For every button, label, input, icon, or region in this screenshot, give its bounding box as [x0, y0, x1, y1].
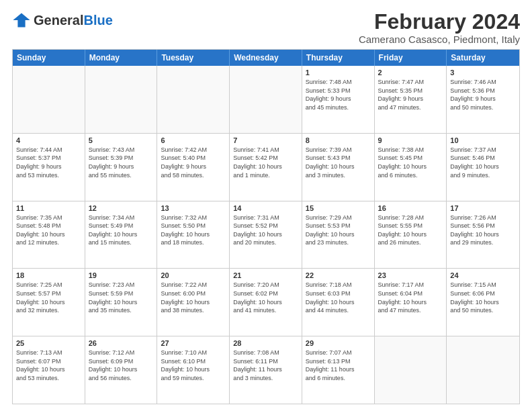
day-cell — [230, 66, 302, 133]
day-info: Sunrise: 7:47 AMSunset: 5:35 PMDaylight:… — [378, 78, 443, 111]
day-number: 7 — [233, 136, 298, 144]
day-cell: 8Sunrise: 7:39 AMSunset: 5:43 PMDaylight… — [302, 134, 375, 201]
subtitle: Camerano Casasco, Piedmont, Italy — [359, 34, 520, 45]
calendar-body: 1Sunrise: 7:48 AMSunset: 5:33 PMDaylight… — [13, 66, 519, 404]
day-info: Sunrise: 7:26 AMSunset: 5:56 PMDaylight:… — [450, 214, 516, 247]
day-info: Sunrise: 7:32 AMSunset: 5:50 PMDaylight:… — [161, 214, 226, 247]
week-row: 25Sunrise: 7:13 AMSunset: 6:07 PMDayligh… — [13, 336, 519, 404]
day-number: 9 — [378, 136, 443, 144]
week-row: 4Sunrise: 7:44 AMSunset: 5:37 PMDaylight… — [13, 134, 519, 201]
day-number: 26 — [89, 339, 154, 347]
day-info: Sunrise: 7:28 AMSunset: 5:55 PMDaylight:… — [378, 214, 443, 247]
day-header: Sunday — [13, 50, 85, 66]
day-headers: SundayMondayTuesdayWednesdayThursdayFrid… — [13, 50, 519, 66]
day-number: 12 — [89, 204, 154, 212]
calendar: SundayMondayTuesdayWednesdayThursdayFrid… — [12, 49, 520, 404]
day-info: Sunrise: 7:25 AMSunset: 5:57 PMDaylight:… — [16, 281, 81, 314]
day-info: Sunrise: 7:23 AMSunset: 5:59 PMDaylight:… — [89, 281, 154, 314]
day-header: Saturday — [447, 50, 519, 66]
day-number: 16 — [378, 204, 443, 212]
day-info: Sunrise: 7:42 AMSunset: 5:40 PMDaylight:… — [161, 146, 226, 179]
day-info: Sunrise: 7:13 AMSunset: 6:07 PMDaylight:… — [16, 349, 81, 382]
day-number: 22 — [306, 271, 371, 279]
day-cell: 19Sunrise: 7:23 AMSunset: 5:59 PMDayligh… — [85, 269, 158, 336]
day-number: 5 — [89, 136, 154, 144]
week-row: 1Sunrise: 7:48 AMSunset: 5:33 PMDaylight… — [13, 66, 519, 134]
day-info: Sunrise: 7:43 AMSunset: 5:39 PMDaylight:… — [89, 146, 154, 179]
day-cell: 5Sunrise: 7:43 AMSunset: 5:39 PMDaylight… — [85, 134, 158, 201]
day-number: 17 — [450, 204, 516, 212]
day-number: 11 — [16, 204, 81, 212]
day-info: Sunrise: 7:48 AMSunset: 5:33 PMDaylight:… — [306, 78, 371, 111]
day-cell: 11Sunrise: 7:35 AMSunset: 5:48 PMDayligh… — [13, 201, 85, 269]
day-number: 8 — [306, 136, 371, 144]
day-cell: 25Sunrise: 7:13 AMSunset: 6:07 PMDayligh… — [13, 336, 85, 404]
day-number: 14 — [233, 204, 298, 212]
day-cell: 17Sunrise: 7:26 AMSunset: 5:56 PMDayligh… — [447, 201, 519, 269]
logo-area: GeneralBlue — [12, 11, 113, 30]
day-info: Sunrise: 7:07 AMSunset: 6:13 PMDaylight:… — [306, 349, 371, 382]
day-number: 3 — [450, 68, 516, 77]
header-row: GeneralBlue February 2024 Camerano Casas… — [12, 11, 520, 45]
day-cell: 16Sunrise: 7:28 AMSunset: 5:55 PMDayligh… — [375, 201, 447, 269]
day-cell: 6Sunrise: 7:42 AMSunset: 5:40 PMDaylight… — [157, 134, 230, 201]
logo-icon — [12, 11, 31, 30]
day-cell — [85, 66, 158, 133]
day-cell: 24Sunrise: 7:15 AMSunset: 6:06 PMDayligh… — [447, 269, 519, 336]
day-info: Sunrise: 7:38 AMSunset: 5:45 PMDaylight:… — [378, 146, 443, 179]
day-info: Sunrise: 7:39 AMSunset: 5:43 PMDaylight:… — [306, 146, 371, 179]
day-header: Tuesday — [157, 50, 230, 66]
day-info: Sunrise: 7:15 AMSunset: 6:06 PMDaylight:… — [450, 281, 516, 314]
day-info: Sunrise: 7:17 AMSunset: 6:04 PMDaylight:… — [378, 281, 443, 314]
day-cell: 13Sunrise: 7:32 AMSunset: 5:50 PMDayligh… — [157, 201, 230, 269]
day-cell — [13, 66, 85, 133]
day-number: 19 — [89, 271, 154, 279]
day-cell — [375, 336, 447, 404]
day-info: Sunrise: 7:12 AMSunset: 6:09 PMDaylight:… — [89, 349, 154, 382]
day-number: 4 — [16, 136, 81, 144]
day-cell: 12Sunrise: 7:34 AMSunset: 5:49 PMDayligh… — [85, 201, 158, 269]
day-number: 13 — [161, 204, 226, 212]
day-number: 24 — [450, 271, 516, 279]
day-number: 10 — [450, 136, 516, 144]
day-cell: 3Sunrise: 7:46 AMSunset: 5:36 PMDaylight… — [447, 66, 519, 133]
day-info: Sunrise: 7:22 AMSunset: 6:00 PMDaylight:… — [161, 281, 226, 314]
logo-text: GeneralBlue — [34, 13, 113, 28]
day-info: Sunrise: 7:37 AMSunset: 5:46 PMDaylight:… — [450, 146, 516, 179]
day-info: Sunrise: 7:46 AMSunset: 5:36 PMDaylight:… — [450, 78, 516, 111]
day-header: Monday — [85, 50, 158, 66]
day-cell: 20Sunrise: 7:22 AMSunset: 6:00 PMDayligh… — [157, 269, 230, 336]
day-header: Thursday — [302, 50, 375, 66]
svg-marker-0 — [13, 13, 30, 28]
day-info: Sunrise: 7:34 AMSunset: 5:49 PMDaylight:… — [89, 214, 154, 247]
day-cell: 10Sunrise: 7:37 AMSunset: 5:46 PMDayligh… — [447, 134, 519, 201]
day-cell: 4Sunrise: 7:44 AMSunset: 5:37 PMDaylight… — [13, 134, 85, 201]
day-info: Sunrise: 7:20 AMSunset: 6:02 PMDaylight:… — [233, 281, 298, 314]
day-cell: 29Sunrise: 7:07 AMSunset: 6:13 PMDayligh… — [302, 336, 375, 404]
day-header: Friday — [375, 50, 447, 66]
day-cell: 18Sunrise: 7:25 AMSunset: 5:57 PMDayligh… — [13, 269, 85, 336]
day-number: 27 — [161, 339, 226, 347]
day-number: 25 — [16, 339, 81, 347]
day-number: 20 — [161, 271, 226, 279]
day-cell: 15Sunrise: 7:29 AMSunset: 5:53 PMDayligh… — [302, 201, 375, 269]
day-cell: 2Sunrise: 7:47 AMSunset: 5:35 PMDaylight… — [375, 66, 447, 133]
page: GeneralBlue February 2024 Camerano Casas… — [0, 0, 532, 411]
day-cell — [157, 66, 230, 133]
day-info: Sunrise: 7:10 AMSunset: 6:10 PMDaylight:… — [161, 349, 226, 382]
day-info: Sunrise: 7:41 AMSunset: 5:42 PMDaylight:… — [233, 146, 298, 179]
day-number: 29 — [306, 339, 371, 347]
day-cell: 23Sunrise: 7:17 AMSunset: 6:04 PMDayligh… — [375, 269, 447, 336]
day-cell: 22Sunrise: 7:18 AMSunset: 6:03 PMDayligh… — [302, 269, 375, 336]
day-cell: 1Sunrise: 7:48 AMSunset: 5:33 PMDaylight… — [302, 66, 375, 133]
day-number: 28 — [233, 339, 298, 347]
day-number: 6 — [161, 136, 226, 144]
day-number: 2 — [378, 68, 443, 77]
day-info: Sunrise: 7:08 AMSunset: 6:11 PMDaylight:… — [233, 349, 298, 382]
day-cell: 21Sunrise: 7:20 AMSunset: 6:02 PMDayligh… — [230, 269, 302, 336]
day-cell: 14Sunrise: 7:31 AMSunset: 5:52 PMDayligh… — [230, 201, 302, 269]
day-number: 15 — [306, 204, 371, 212]
week-row: 11Sunrise: 7:35 AMSunset: 5:48 PMDayligh… — [13, 201, 519, 269]
day-info: Sunrise: 7:18 AMSunset: 6:03 PMDaylight:… — [306, 281, 371, 314]
day-info: Sunrise: 7:35 AMSunset: 5:48 PMDaylight:… — [16, 214, 81, 247]
